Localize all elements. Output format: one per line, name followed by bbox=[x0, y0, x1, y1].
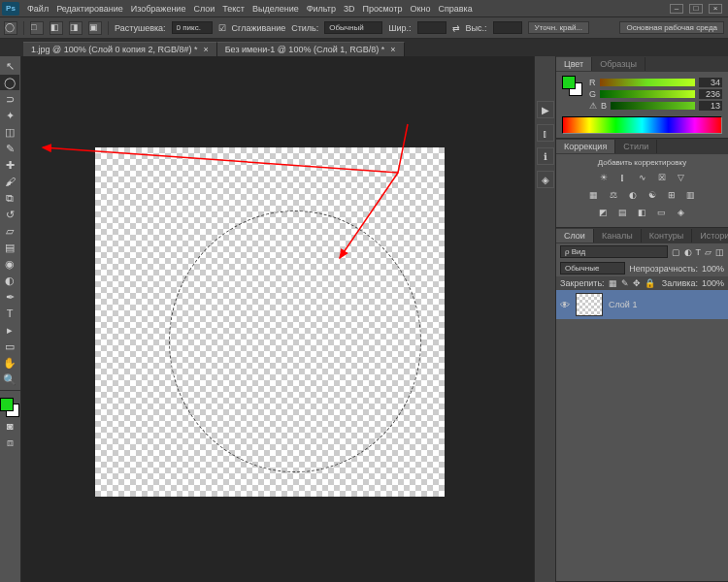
tab-paths[interactable]: Контуры bbox=[642, 229, 692, 242]
close-icon[interactable]: × bbox=[390, 45, 395, 54]
filter-smart-icon[interactable]: ◫ bbox=[715, 247, 724, 257]
shape-tool[interactable]: ▭ bbox=[0, 339, 19, 354]
type-tool[interactable]: T bbox=[0, 306, 19, 321]
workspace-button[interactable]: Основная рабочая среда bbox=[619, 21, 724, 34]
quick-select-tool[interactable]: ✦ bbox=[0, 108, 19, 123]
opacity-value[interactable]: 100% bbox=[702, 264, 724, 274]
move-tool[interactable]: ↖ bbox=[0, 58, 19, 74]
blur-tool[interactable]: ◉ bbox=[0, 256, 19, 272]
menu-file[interactable]: Файл bbox=[27, 4, 49, 14]
pen-tool[interactable]: ✒ bbox=[0, 289, 19, 305]
gradient-map-icon[interactable]: ▭ bbox=[655, 206, 669, 219]
filter-shape-icon[interactable]: ▱ bbox=[705, 247, 711, 257]
lasso-tool[interactable]: ⊃ bbox=[0, 91, 19, 107]
feather-input[interactable] bbox=[172, 21, 213, 34]
canvas-area[interactable] bbox=[21, 56, 534, 582]
filter-img-icon[interactable]: ▢ bbox=[672, 247, 680, 257]
gradient-tool[interactable]: ▤ bbox=[0, 240, 19, 255]
dodge-tool[interactable]: ◐ bbox=[0, 273, 19, 288]
add-selection-icon[interactable]: ◧ bbox=[50, 21, 63, 35]
minimize-button[interactable]: – bbox=[670, 4, 683, 14]
tab-styles[interactable]: Стили bbox=[615, 140, 657, 153]
screen-mode-tool[interactable]: ⧈ bbox=[0, 435, 19, 450]
posterize-icon[interactable]: ▤ bbox=[616, 206, 630, 219]
close-icon[interactable]: × bbox=[203, 45, 208, 54]
photo-filter-icon[interactable]: ☯ bbox=[645, 188, 659, 202]
lock-trans-icon[interactable]: ▦ bbox=[609, 278, 617, 288]
document-tab[interactable]: Без имени-1 @ 100% (Слой 1, RGB/8) *× bbox=[217, 42, 405, 56]
style-select[interactable]: Обычный bbox=[324, 21, 382, 34]
antialias-checkbox[interactable]: ☑ bbox=[218, 23, 226, 33]
filter-adj-icon[interactable]: ◐ bbox=[684, 247, 692, 257]
layer-thumbnail[interactable] bbox=[576, 293, 603, 316]
lock-pos-icon[interactable]: ✥ bbox=[633, 278, 641, 288]
menu-3d[interactable]: 3D bbox=[344, 4, 355, 14]
zoom-tool[interactable]: 🔍 bbox=[0, 372, 19, 387]
red-slider[interactable] bbox=[600, 79, 696, 86]
info-icon[interactable]: ℹ bbox=[537, 147, 554, 165]
curves-icon[interactable]: ∿ bbox=[636, 171, 649, 184]
elliptical-marquee-tool[interactable]: ◯ bbox=[0, 75, 19, 90]
eraser-tool[interactable]: ▱ bbox=[0, 223, 19, 239]
intersect-selection-icon[interactable]: ▣ bbox=[88, 21, 102, 35]
menu-window[interactable]: Окно bbox=[411, 4, 431, 14]
subtract-selection-icon[interactable]: ◨ bbox=[69, 21, 83, 35]
crop-tool[interactable]: ◫ bbox=[0, 124, 19, 140]
menu-select[interactable]: Выделение bbox=[252, 4, 299, 14]
fill-value[interactable]: 100% bbox=[702, 278, 724, 288]
exposure-icon[interactable]: ☒ bbox=[655, 171, 669, 184]
tool-preset-icon[interactable]: ◯ bbox=[4, 21, 17, 35]
hue-icon[interactable]: ▦ bbox=[587, 188, 601, 202]
brush-tool[interactable]: 🖌 bbox=[0, 174, 19, 189]
layer-row[interactable]: 👁 Слой 1 bbox=[556, 290, 728, 319]
lock-all-icon[interactable]: 🔒 bbox=[645, 278, 655, 288]
invert-icon[interactable]: ◩ bbox=[597, 206, 611, 219]
menu-text[interactable]: Текст bbox=[222, 4, 245, 14]
healing-tool[interactable]: ✚ bbox=[0, 157, 19, 173]
green-slider[interactable] bbox=[600, 90, 695, 98]
document-tab[interactable]: 1.jpg @ 100% (Слой 0 копия 2, RGB/8#) *× bbox=[23, 42, 217, 56]
vibrance-icon[interactable]: ▽ bbox=[675, 171, 688, 184]
play-icon[interactable]: ▶ bbox=[537, 101, 554, 118]
visibility-icon[interactable]: 👁 bbox=[560, 300, 570, 310]
width-input[interactable] bbox=[417, 21, 447, 34]
bw-icon[interactable]: ◐ bbox=[626, 188, 640, 202]
cube-icon[interactable]: ◈ bbox=[537, 171, 554, 188]
path-select-tool[interactable]: ▸ bbox=[0, 322, 19, 338]
layer-filter-select[interactable]: ρ Вид bbox=[560, 245, 668, 258]
new-selection-icon[interactable]: □ bbox=[30, 21, 44, 35]
tab-correction[interactable]: Коррекция bbox=[556, 140, 615, 153]
stamp-tool[interactable]: ⧉ bbox=[0, 190, 19, 206]
menu-image[interactable]: Изображение bbox=[131, 4, 186, 14]
tab-samples[interactable]: Образцы bbox=[592, 57, 645, 71]
brightness-icon[interactable]: ☀ bbox=[597, 171, 611, 184]
tab-color[interactable]: Цвет bbox=[556, 57, 592, 71]
menu-layers[interactable]: Слои bbox=[193, 4, 215, 14]
filter-type-icon[interactable]: T bbox=[696, 247, 702, 257]
lock-pixels-icon[interactable]: ✎ bbox=[621, 278, 629, 288]
menu-edit[interactable]: Редактирование bbox=[56, 4, 123, 14]
levels-icon[interactable]: ⫿ bbox=[616, 171, 630, 184]
balance-icon[interactable]: ⚖ bbox=[607, 188, 620, 202]
tab-layers[interactable]: Слои bbox=[556, 229, 594, 242]
restore-button[interactable]: □ bbox=[689, 4, 703, 14]
menu-filter[interactable]: Фильтр bbox=[307, 4, 336, 14]
blend-mode-select[interactable]: Обычные bbox=[560, 262, 625, 275]
selective-icon[interactable]: ◈ bbox=[675, 206, 688, 219]
refine-edge-button[interactable]: Уточн. край... bbox=[528, 21, 590, 34]
eyedropper-tool[interactable]: ✎ bbox=[0, 141, 19, 156]
layer-name[interactable]: Слой 1 bbox=[609, 300, 637, 309]
fgbg-mini-icon[interactable] bbox=[562, 76, 583, 97]
tab-channels[interactable]: Каналы bbox=[594, 229, 642, 242]
history-brush-tool[interactable]: ↺ bbox=[0, 207, 19, 222]
menu-help[interactable]: Справка bbox=[438, 4, 472, 14]
threshold-icon[interactable]: ◧ bbox=[636, 206, 649, 219]
mixer-icon[interactable]: ⊞ bbox=[665, 188, 678, 202]
menu-view[interactable]: Просмотр bbox=[362, 4, 402, 14]
tab-history[interactable]: История bbox=[692, 229, 728, 242]
hand-tool[interactable]: ✋ bbox=[0, 355, 19, 371]
close-button[interactable]: × bbox=[709, 4, 722, 14]
histogram-icon[interactable]: ⫿ bbox=[537, 124, 554, 142]
canvas[interactable] bbox=[95, 147, 445, 497]
color-swatches[interactable] bbox=[0, 398, 19, 417]
